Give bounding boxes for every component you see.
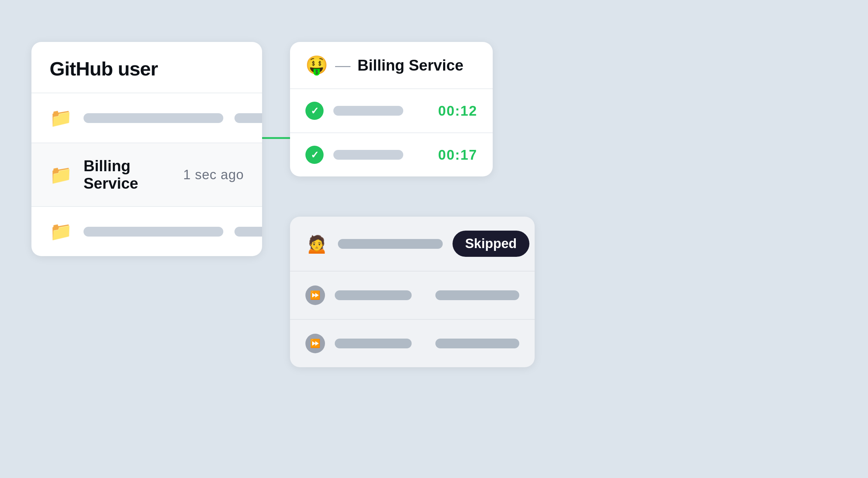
person-emoji: 🙍 [305, 233, 328, 254]
timer-1: 00:12 [438, 103, 477, 119]
billing-service-title: Billing Service [357, 57, 463, 74]
left-card-row-billing[interactable]: 📁 Billing Service 1 sec ago [31, 143, 262, 207]
row1-label-placeholder [84, 113, 223, 123]
timer-2: 00:17 [438, 147, 477, 163]
check-row1-placeholder [333, 106, 403, 116]
folder-icon-1: 📁 [50, 107, 72, 129]
billing-service-timestamp: 1 sec ago [183, 167, 244, 182]
play-icon-1 [305, 285, 325, 305]
skipped-label-placeholder [338, 239, 443, 249]
row3-label-placeholder [84, 227, 223, 237]
left-card-header: GitHub user [31, 42, 262, 93]
check-icon-2 [305, 146, 324, 164]
skip-item2-label [335, 339, 412, 348]
check-icon-1 [305, 102, 324, 120]
canvas: GitHub user 📁 📁 Billing Service 1 sec ag… [0, 0, 868, 478]
row3-ts-placeholder [234, 227, 262, 237]
check-row-1[interactable]: 00:12 [290, 89, 493, 133]
skip-item-row-1[interactable] [290, 271, 535, 320]
folder-icon-2: 📁 [50, 164, 72, 186]
billing-emoji: 🤑 [305, 55, 328, 76]
billing-service-label: Billing Service [84, 157, 172, 192]
left-card-title: GitHub user [50, 58, 158, 80]
check-row-2[interactable]: 00:17 [290, 133, 493, 176]
play-icon-2 [305, 334, 325, 353]
skipped-row[interactable]: 🙍 Skipped [290, 217, 535, 271]
left-card-row-1[interactable]: 📁 [31, 93, 262, 143]
skip-item1-value [435, 290, 519, 300]
left-card: GitHub user 📁 📁 Billing Service 1 sec ag… [31, 42, 262, 256]
right-top-card: 🤑 — Billing Service 00:12 00:17 [290, 42, 493, 176]
row1-ts-placeholder [234, 113, 262, 123]
left-card-row-3[interactable]: 📁 [31, 207, 262, 256]
right-bottom-card: 🙍 Skipped [290, 217, 535, 367]
skip-item2-value [435, 339, 519, 348]
folder-icon-3: 📁 [50, 221, 72, 242]
right-top-header: 🤑 — Billing Service [290, 42, 493, 89]
skip-item-row-2[interactable] [290, 320, 535, 367]
check-row2-placeholder [333, 150, 403, 160]
skip-item1-label [335, 290, 412, 300]
skipped-badge: Skipped [453, 231, 529, 257]
header-dash: — [335, 57, 350, 74]
